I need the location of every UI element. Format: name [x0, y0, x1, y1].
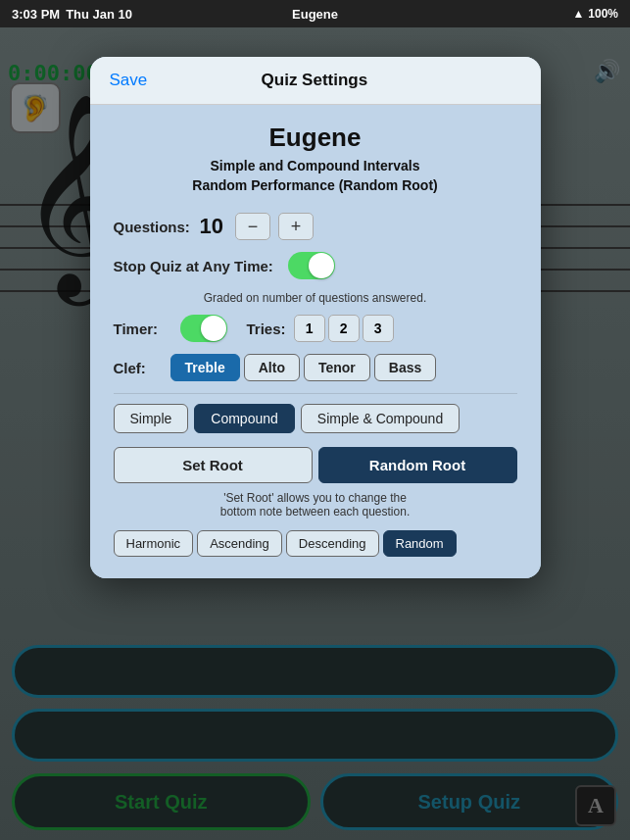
timer-toggle-thumb [201, 316, 226, 341]
root-buttons: Set Root Random Root [114, 447, 517, 483]
random-root-button[interactable]: Random Root [318, 447, 517, 483]
set-root-button[interactable]: Set Root [114, 447, 313, 483]
stop-quiz-toggle[interactable] [288, 252, 335, 279]
clef-buttons: Treble Alto Tenor Bass [170, 354, 437, 381]
try-3-button[interactable]: 3 [363, 315, 394, 342]
interval-simple-compound-button[interactable]: Simple & Compound [301, 404, 460, 433]
clef-row: Clef: Treble Alto Tenor Bass [114, 354, 517, 381]
dir-harmonic-button[interactable]: Harmonic [114, 530, 194, 557]
interval-compound-button[interactable]: Compound [194, 404, 295, 433]
quiz-name: Eugene [114, 123, 517, 153]
clef-treble-button[interactable]: Treble [170, 354, 240, 381]
app-area: 𝄞 0:00:00 🔊 🦻 Start Quiz Setup Quiz A Sa… [0, 27, 630, 840]
interval-type-buttons: Simple Compound Simple & Compound [114, 404, 517, 433]
tries-buttons: 1 2 3 [294, 315, 394, 342]
clef-tenor-button[interactable]: Tenor [304, 354, 370, 381]
clef-label: Clef: [114, 360, 163, 376]
stop-quiz-row: Stop Quiz at Any Time: [114, 252, 517, 279]
status-app-name: Eugene [292, 7, 338, 22]
dir-random-button[interactable]: Random [383, 530, 457, 557]
clef-alto-button[interactable]: Alto [244, 354, 300, 381]
timer-toggle[interactable] [180, 315, 227, 342]
questions-plus-button[interactable]: + [278, 213, 314, 240]
questions-minus-button[interactable]: − [235, 213, 270, 240]
timer-row: Timer: Tries: 1 2 3 [114, 315, 517, 342]
dir-ascending-button[interactable]: Ascending [197, 530, 282, 557]
questions-row: Questions: 10 − + [114, 213, 517, 240]
root-note-text: 'Set Root' allows you to change thebotto… [114, 491, 517, 519]
tries-label: Tries: [247, 321, 286, 337]
status-right: ▲ 100% [572, 7, 618, 21]
try-2-button[interactable]: 2 [328, 315, 360, 342]
modal-body: Eugene Simple and Compound IntervalsRand… [90, 105, 541, 578]
quiz-settings-modal: Save Quiz Settings Eugene Simple and Com… [90, 57, 541, 578]
modal-title: Quiz Settings [262, 71, 368, 90]
modal-overlay: Save Quiz Settings Eugene Simple and Com… [0, 27, 630, 840]
quiz-desc-text: Simple and Compound IntervalsRandom Perf… [192, 158, 437, 193]
direction-buttons: Harmonic Ascending Descending Random [114, 530, 517, 557]
status-bar: 3:03 PM Thu Jan 10 Eugene ▲ 100% [0, 0, 630, 27]
try-1-button[interactable]: 1 [294, 315, 325, 342]
toggle-thumb [309, 253, 334, 278]
status-left: 3:03 PM Thu Jan 10 [12, 7, 132, 22]
graded-note: Graded on number of questions answered. [114, 291, 517, 305]
stop-quiz-label: Stop Quiz at Any Time: [114, 258, 280, 274]
status-date: Thu Jan 10 [66, 7, 132, 22]
clef-bass-button[interactable]: Bass [374, 354, 436, 381]
questions-label: Questions: [114, 219, 192, 235]
modal-header: Save Quiz Settings [90, 57, 541, 105]
battery-label: 100% [588, 7, 618, 21]
divider-1 [114, 393, 517, 394]
save-button[interactable]: Save [110, 71, 148, 90]
timer-label: Timer: [114, 321, 172, 337]
wifi-icon: ▲ [572, 7, 584, 21]
questions-count: 10 [200, 214, 223, 239]
quiz-description: Simple and Compound IntervalsRandom Perf… [114, 157, 517, 195]
status-time: 3:03 PM [12, 7, 60, 22]
interval-simple-button[interactable]: Simple [114, 404, 189, 433]
dir-descending-button[interactable]: Descending [286, 530, 379, 557]
